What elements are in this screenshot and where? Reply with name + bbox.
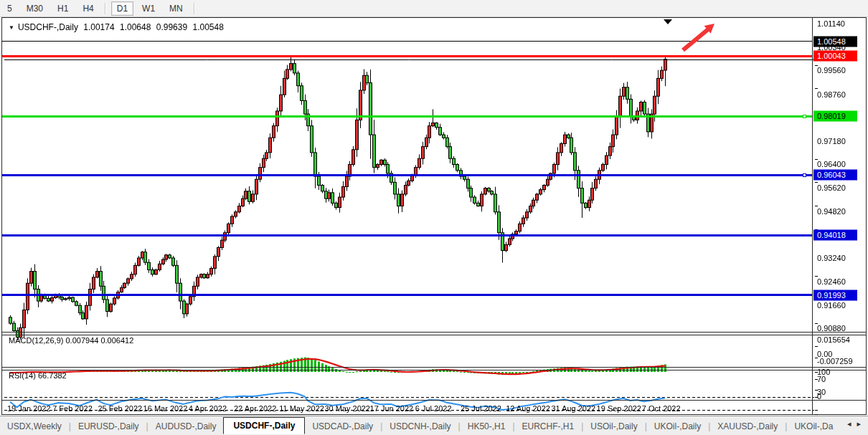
price-tick-label: 0.99560 [817,66,846,75]
date-tick-label: 7 Feb 2022 [52,404,93,413]
timeframe-button-H4[interactable]: H4 [77,1,99,16]
price-tick-label: 0.91660 [817,301,846,310]
price-tick-label: 0.97180 [817,137,846,145]
tab-usoil-daily[interactable]: USOil-,Daily [583,419,644,434]
timeframe-button-W1[interactable]: W1 [136,1,161,16]
pane-separator-macd-rsi-inner [1,370,867,371]
chart-window [1,17,867,415]
mt4-terminal: { "toolbar": { "timeframes": [ {"label":… [0,0,868,435]
macd-name: MACD(12,26,9) [9,336,63,345]
price-badge: 0.98019 [813,111,857,122]
support-line[interactable] [2,174,812,176]
date-tick-label: 11 May 2022 [279,404,324,413]
symbol-dropdown-icon[interactable]: ▼ [9,24,14,31]
date-tick-label: 25 Feb 2022 [98,404,142,413]
tab-scroll-right-icon[interactable]: ▸ [857,419,861,428]
date-tick-label: 7 Oct 2022 [642,404,681,413]
price-tick-label: 0.93240 [817,254,846,262]
tab-audusd-daily[interactable]: AUDUSD-,Daily [148,419,224,434]
tab-scroll-left-icon[interactable]: ◂ [847,419,852,428]
title-close: 1.00548 [192,22,223,32]
price-badge: 0.94018 [813,230,857,241]
chart-title: ▼USDCHF-,Daily 1.00174 1.00648 0.99639 1… [9,22,227,32]
date-tick-label: 16 Mar 2022 [143,404,188,413]
rsi-name: RSI(14) [9,371,36,380]
price-tick-label: 0.92460 [817,277,846,286]
price-badge: 0.96043 [813,170,857,181]
pane-separator-main-macd-inner [1,335,867,335]
tab-usdchf-daily[interactable]: USDCHF-,Daily [223,417,305,434]
toolbar-separator [105,3,106,14]
date-tick-label: 31 Aug 2022 [551,404,595,413]
macd-signal-value: 0.006412 [100,336,133,345]
tab-ukoil-da[interactable]: UKOil-,Da [787,419,840,434]
date-tick-label: 12 Aug 2022 [506,404,550,413]
chart-tab-bar: USDX,Weekly|EURUSD-,Daily|AUDUSD-,DailyU… [0,416,868,435]
timeframe-button-M30[interactable]: M30 [21,1,49,16]
price-badge: 0.91993 [813,290,857,300]
chart-shift-marker-icon[interactable] [664,19,672,24]
toolbar-separator [194,3,195,14]
resistance-line[interactable] [2,55,812,57]
timeframe-toolbar: 5M30H1H4D1W1MN [0,0,868,17]
tab-hk50-h1[interactable]: HK50-,H1 [461,419,513,434]
tab-eurusd-daily[interactable]: EURUSD-,Daily [71,419,146,434]
date-tick-label: 30 May 2022 [324,404,370,413]
date-tick-label: 22 Apr 2022 [234,404,276,413]
chart-canvas[interactable] [2,18,868,435]
support-line[interactable] [2,234,812,236]
title-open: 1.00174 [83,22,114,32]
macd-value: 0.007944 [65,336,98,345]
support-line[interactable] [2,115,812,118]
date-tick-label: 19 Jan 2022 [7,404,51,413]
pane-separator-macd-rsi[interactable] [1,367,867,368]
pane-separator-main-macd[interactable] [1,332,867,333]
tab-eurchf-h1[interactable]: EURCHF-,H1 [515,419,582,434]
tab-usdcad-daily[interactable]: USDCAD-,Daily [305,419,380,434]
macd-axis-label: 0.015654 [817,335,850,344]
price-badge: 1.00548 [813,36,857,47]
tab-ukoil-daily[interactable]: UKOil-,Daily [647,419,708,434]
date-tick-label: 25 Jul 2022 [461,404,501,413]
title-high: 1.00648 [120,22,151,32]
timeframe-button-5[interactable]: 5 [1,1,18,16]
price-tick-label: 0.95620 [817,183,846,192]
tab-xauusd-daily[interactable]: XAUUSD-,Daily [710,419,785,434]
macd-axis-label: -0.007259 [817,357,853,365]
macd-indicator-label: MACD(12,26,9) 0.007944 0.006412 [9,336,133,345]
tab-usdcnh-daily[interactable]: USDCNH-,Daily [382,419,458,434]
pane-separator-rsi-dates [1,400,867,401]
rsi-value: 66.7382 [38,371,67,380]
date-tick-label: 19 Sep 2022 [597,404,641,413]
timeframe-button-D1[interactable]: D1 [111,1,133,16]
line-drag-handle[interactable] [803,173,806,177]
price-badge: 1.00043 [813,51,857,62]
price-tick-label: 0.96400 [817,160,846,168]
date-tick-label: 17 Jun 2022 [370,404,414,413]
title-low: 0.99639 [156,22,187,32]
price-axis-separator [812,17,813,415]
tab-usdx-weekly[interactable]: USDX,Weekly [0,419,69,434]
price-tick-label: 0.98760 [817,90,846,99]
title-symbol-period: USDCHF-,Daily [18,22,78,32]
price-tick-label: 1.01140 [817,19,845,28]
line-drag-handle[interactable] [803,115,806,118]
rsi-indicator-label: RSI(14) 66.7382 [9,371,67,380]
date-tick-label: 4 Apr 2022 [189,404,227,413]
support-line[interactable] [2,294,812,296]
tab-scroll-arrows: ◂▸ [843,419,865,429]
timeframe-button-MN[interactable]: MN [164,1,189,16]
date-tick-label: 6 Jul 2022 [415,404,452,413]
timeframe-button-H1[interactable]: H1 [52,1,74,16]
rsi-axis-label: 70 [817,375,826,383]
bid-price-line[interactable] [2,41,812,42]
price-tick-label: 0.94820 [817,207,846,216]
